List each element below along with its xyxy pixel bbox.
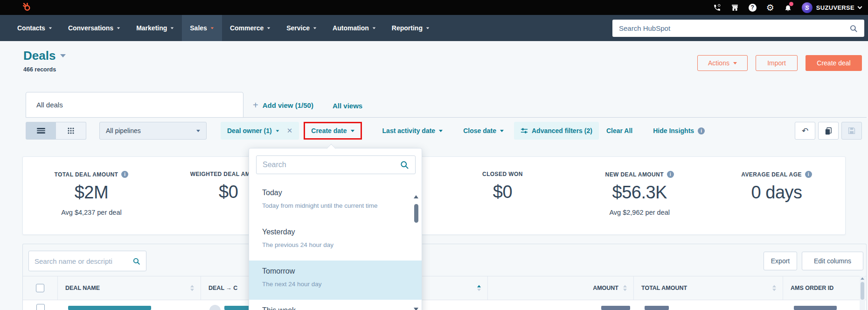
nav-item-sales[interactable]: Sales bbox=[182, 15, 222, 41]
table-header-row: DEAL NAME DEAL → C AMOUNT TOTAL AMOUNT A… bbox=[23, 276, 866, 300]
help-icon[interactable]: ? bbox=[749, 4, 757, 12]
save-view-button[interactable] bbox=[841, 122, 862, 140]
filter-deal-owner[interactable]: Deal owner (1) ✕ bbox=[221, 122, 299, 140]
option-today[interactable]: Today Today from midnight until the curr… bbox=[249, 182, 422, 221]
sort-icon-ascending[interactable] bbox=[477, 285, 481, 291]
chevron-down-icon bbox=[351, 130, 354, 132]
remove-filter-icon[interactable]: ✕ bbox=[287, 127, 293, 135]
plus-icon: + bbox=[253, 100, 258, 111]
deal-name-link-clipped bbox=[68, 306, 151, 310]
clear-all-link[interactable]: Clear All bbox=[606, 127, 632, 134]
edit-columns-button[interactable]: Edit columns bbox=[802, 252, 863, 270]
insights-panel: TOTAL DEAL AMOUNTi $2M Avg $4,237 per de… bbox=[22, 156, 846, 235]
chevron-down-icon bbox=[733, 62, 737, 64]
advanced-filters-button[interactable]: Advanced filters (2) bbox=[514, 122, 599, 140]
export-button[interactable]: Export bbox=[764, 252, 797, 270]
filter-last-activity-date[interactable]: Last activity date bbox=[382, 127, 443, 134]
list-view-toggle[interactable] bbox=[26, 122, 56, 140]
column-header-deal-name[interactable]: DEAL NAME bbox=[58, 276, 201, 300]
create-date-dropdown: Today Today from midnight until the curr… bbox=[249, 148, 422, 310]
nav-item-conversations[interactable]: Conversations bbox=[60, 15, 128, 41]
scrollbar-thumb[interactable] bbox=[861, 282, 864, 300]
option-yesterday[interactable]: Yesterday The previous 24 hour day bbox=[249, 221, 422, 261]
info-icon[interactable]: i bbox=[805, 171, 812, 178]
row-checkbox[interactable] bbox=[36, 304, 45, 310]
sort-icon[interactable] bbox=[623, 285, 627, 291]
insight-value: $2M bbox=[75, 183, 108, 203]
info-icon[interactable]: i bbox=[121, 171, 128, 178]
column-header-total-amount[interactable]: TOTAL AMOUNT bbox=[634, 276, 783, 300]
dropdown-scrollbar[interactable] bbox=[413, 195, 419, 310]
phone-icon[interactable] bbox=[713, 4, 721, 12]
filter-close-date[interactable]: Close date bbox=[463, 127, 504, 134]
option-this-week[interactable]: This week bbox=[249, 300, 422, 310]
sort-icon[interactable] bbox=[772, 285, 776, 291]
undo-icon: ↶ bbox=[802, 126, 808, 136]
hubspot-logo-icon[interactable] bbox=[21, 1, 32, 14]
chevron-down-icon bbox=[171, 27, 174, 29]
global-search-input[interactable] bbox=[619, 24, 849, 32]
chevron-down-icon bbox=[49, 27, 52, 29]
search-icon bbox=[132, 257, 140, 265]
actions-button[interactable]: Actions bbox=[697, 55, 748, 71]
filter-create-date[interactable]: Create date bbox=[311, 127, 354, 134]
insight-sub: Avg $2,962 per deal bbox=[609, 209, 670, 216]
search-icon bbox=[400, 160, 409, 169]
notifications-icon[interactable] bbox=[784, 4, 792, 12]
date-option-list: Today Today from midnight until the curr… bbox=[249, 182, 422, 310]
page-title-dropdown[interactable]: Deals bbox=[23, 49, 66, 63]
select-all-checkbox[interactable] bbox=[36, 284, 44, 292]
nav-item-reporting[interactable]: Reporting bbox=[384, 15, 437, 41]
nav-item-service[interactable]: Service bbox=[278, 15, 325, 41]
account-name: SUZUVERSE bbox=[816, 4, 854, 11]
pipeline-select[interactable]: All pipelines bbox=[99, 122, 207, 140]
sort-icon[interactable] bbox=[190, 285, 194, 291]
chevron-down-icon bbox=[439, 130, 443, 132]
search-icon bbox=[849, 24, 858, 33]
undo-button[interactable]: ↶ bbox=[795, 122, 815, 140]
table-scrollbar[interactable] bbox=[860, 276, 865, 310]
select-all-cell bbox=[23, 276, 58, 300]
save-icon bbox=[848, 127, 855, 134]
chevron-down-icon bbox=[500, 130, 504, 132]
chevron-down-icon bbox=[196, 130, 200, 132]
avatar: S bbox=[802, 2, 812, 13]
chevron-down-icon bbox=[60, 54, 66, 57]
copy-view-button[interactable] bbox=[818, 122, 839, 140]
insight-value: $0 bbox=[493, 182, 512, 202]
list-view-icon bbox=[37, 127, 45, 135]
info-icon[interactable]: i bbox=[667, 171, 674, 178]
table-row[interactable] bbox=[23, 300, 866, 310]
hide-insights-link[interactable]: Hide Insights i bbox=[653, 127, 705, 134]
add-view-button[interactable]: + Add view (1/50) bbox=[253, 100, 313, 111]
all-views-link[interactable]: All views bbox=[333, 102, 362, 110]
settings-icon[interactable]: ⚙ bbox=[766, 3, 774, 12]
nav-item-contacts[interactable]: Contacts bbox=[9, 15, 60, 41]
chevron-down-icon bbox=[426, 27, 429, 29]
marketplace-icon[interactable] bbox=[731, 4, 739, 12]
column-header-ams-order-id[interactable]: AMS ORDER ID bbox=[783, 276, 858, 300]
create-deal-button[interactable]: Create deal bbox=[806, 55, 862, 71]
board-view-toggle[interactable] bbox=[56, 122, 86, 140]
sliders-icon bbox=[521, 127, 528, 134]
info-icon: i bbox=[698, 127, 705, 134]
tab-all-deals[interactable]: All deals bbox=[26, 92, 243, 118]
scroll-down-arrow[interactable] bbox=[414, 308, 418, 310]
scroll-up-arrow[interactable] bbox=[414, 195, 418, 198]
dropdown-search-input[interactable] bbox=[263, 161, 400, 169]
column-header-amount[interactable]: AMOUNT bbox=[488, 276, 634, 300]
nav-item-marketing[interactable]: Marketing bbox=[128, 15, 182, 41]
filter-toolbar: All pipelines Deal owner (1) ✕ Create da… bbox=[26, 122, 862, 140]
account-menu[interactable]: S SUZUVERSE bbox=[802, 2, 861, 13]
scroll-up-arrow[interactable] bbox=[861, 277, 864, 280]
total-amount-value-clipped bbox=[645, 306, 669, 310]
import-button[interactable]: Import bbox=[756, 55, 798, 71]
table-search-input[interactable] bbox=[35, 257, 132, 265]
nav-item-commerce[interactable]: Commerce bbox=[222, 15, 278, 41]
insight-average-deal-age: AVERAGE DEAL AGEi 0 days bbox=[708, 157, 845, 234]
scrollbar-thumb[interactable] bbox=[414, 204, 418, 223]
top-app-bar: ? ⚙ S SUZUVERSE bbox=[0, 0, 868, 15]
nav-item-automation[interactable]: Automation bbox=[325, 15, 384, 41]
option-tomorrow[interactable]: Tomorrow The next 24 hour day bbox=[249, 261, 422, 300]
view-toggle-group bbox=[26, 122, 86, 140]
